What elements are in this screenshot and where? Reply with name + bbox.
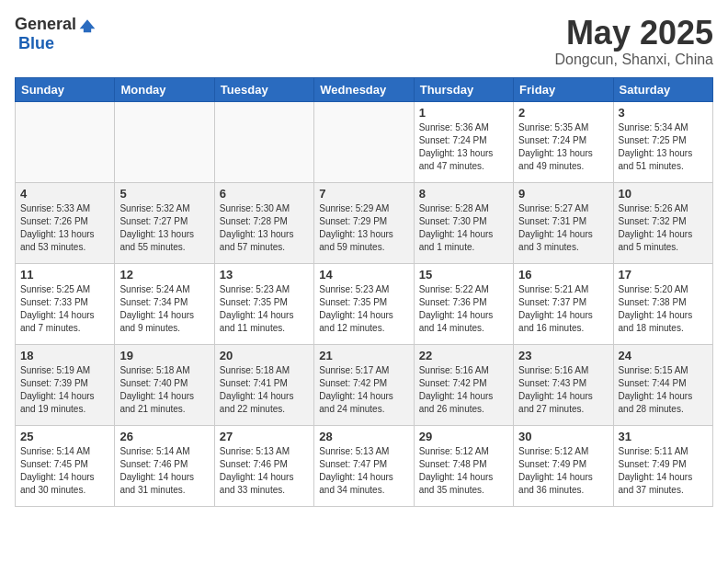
calendar-cell: 1Sunrise: 5:36 AM Sunset: 7:24 PM Daylig… xyxy=(414,101,513,182)
logo-blue: Blue xyxy=(18,34,54,53)
day-info: Sunrise: 5:26 AM Sunset: 7:32 PM Dayligh… xyxy=(619,202,708,254)
day-info: Sunrise: 5:16 AM Sunset: 7:43 PM Dayligh… xyxy=(518,364,608,416)
calendar-week-row: 11Sunrise: 5:25 AM Sunset: 7:33 PM Dayli… xyxy=(16,263,713,344)
calendar-cell: 11Sunrise: 5:25 AM Sunset: 7:33 PM Dayli… xyxy=(16,263,115,344)
calendar-cell xyxy=(16,101,115,182)
calendar-cell: 31Sunrise: 5:11 AM Sunset: 7:49 PM Dayli… xyxy=(613,425,712,506)
day-info: Sunrise: 5:23 AM Sunset: 7:35 PM Dayligh… xyxy=(220,283,309,335)
day-info: Sunrise: 5:24 AM Sunset: 7:34 PM Dayligh… xyxy=(119,283,209,335)
page-container: General Blue May 2025 Dongcun, Shanxi, C… xyxy=(0,0,728,522)
calendar-cell: 30Sunrise: 5:12 AM Sunset: 7:49 PM Dayli… xyxy=(514,425,613,506)
day-number: 28 xyxy=(319,430,408,443)
calendar-cell: 9Sunrise: 5:27 AM Sunset: 7:31 PM Daylig… xyxy=(514,182,613,263)
header: General Blue May 2025 Dongcun, Shanxi, C… xyxy=(15,15,713,68)
day-info: Sunrise: 5:16 AM Sunset: 7:42 PM Dayligh… xyxy=(419,364,508,416)
calendar-cell: 2Sunrise: 5:35 AM Sunset: 7:24 PM Daylig… xyxy=(514,101,613,182)
day-number: 25 xyxy=(20,430,109,443)
weekday-header-thursday: Thursday xyxy=(414,77,513,101)
day-number: 1 xyxy=(419,106,508,120)
day-info: Sunrise: 5:30 AM Sunset: 7:28 PM Dayligh… xyxy=(220,202,309,254)
day-number: 19 xyxy=(119,349,209,362)
calendar-cell: 29Sunrise: 5:12 AM Sunset: 7:48 PM Dayli… xyxy=(414,425,513,506)
day-number: 6 xyxy=(220,187,309,201)
day-number: 18 xyxy=(20,349,109,362)
day-info: Sunrise: 5:27 AM Sunset: 7:31 PM Dayligh… xyxy=(518,202,608,254)
day-number: 4 xyxy=(20,187,109,201)
day-info: Sunrise: 5:12 AM Sunset: 7:49 PM Dayligh… xyxy=(518,445,608,497)
weekday-header-sunday: Sunday xyxy=(16,77,115,101)
calendar-cell: 21Sunrise: 5:17 AM Sunset: 7:42 PM Dayli… xyxy=(314,344,414,425)
calendar: SundayMondayTuesdayWednesdayThursdayFrid… xyxy=(15,77,713,507)
day-info: Sunrise: 5:32 AM Sunset: 7:27 PM Dayligh… xyxy=(119,202,209,254)
day-number: 27 xyxy=(220,430,309,443)
calendar-cell xyxy=(214,101,313,182)
day-number: 31 xyxy=(619,430,708,443)
day-info: Sunrise: 5:35 AM Sunset: 7:24 PM Dayligh… xyxy=(518,121,608,173)
calendar-cell: 27Sunrise: 5:13 AM Sunset: 7:46 PM Dayli… xyxy=(214,425,313,506)
calendar-cell: 25Sunrise: 5:14 AM Sunset: 7:45 PM Dayli… xyxy=(16,425,115,506)
day-number: 7 xyxy=(319,187,408,201)
day-info: Sunrise: 5:20 AM Sunset: 7:38 PM Dayligh… xyxy=(619,283,708,335)
day-number: 8 xyxy=(419,187,508,201)
day-number: 23 xyxy=(518,349,608,362)
day-info: Sunrise: 5:36 AM Sunset: 7:24 PM Dayligh… xyxy=(419,121,508,173)
day-info: Sunrise: 5:21 AM Sunset: 7:37 PM Dayligh… xyxy=(518,283,608,335)
day-number: 30 xyxy=(518,430,608,443)
day-number: 15 xyxy=(419,268,508,282)
location-title: Dongcun, Shanxi, China xyxy=(554,52,713,68)
day-info: Sunrise: 5:15 AM Sunset: 7:44 PM Dayligh… xyxy=(619,364,708,416)
calendar-cell: 16Sunrise: 5:21 AM Sunset: 7:37 PM Dayli… xyxy=(514,263,613,344)
calendar-cell: 10Sunrise: 5:26 AM Sunset: 7:32 PM Dayli… xyxy=(613,182,712,263)
title-block: May 2025 Dongcun, Shanxi, China xyxy=(554,15,713,68)
weekday-header-saturday: Saturday xyxy=(613,77,712,101)
day-info: Sunrise: 5:25 AM Sunset: 7:33 PM Dayligh… xyxy=(20,283,109,335)
day-number: 13 xyxy=(220,268,309,282)
day-info: Sunrise: 5:28 AM Sunset: 7:30 PM Dayligh… xyxy=(419,202,508,254)
day-info: Sunrise: 5:12 AM Sunset: 7:48 PM Dayligh… xyxy=(419,445,508,497)
day-number: 16 xyxy=(518,268,608,282)
day-number: 12 xyxy=(119,268,209,282)
day-info: Sunrise: 5:18 AM Sunset: 7:40 PM Dayligh… xyxy=(119,364,209,416)
day-number: 22 xyxy=(419,349,508,362)
calendar-cell: 12Sunrise: 5:24 AM Sunset: 7:34 PM Dayli… xyxy=(115,263,214,344)
calendar-cell: 20Sunrise: 5:18 AM Sunset: 7:41 PM Dayli… xyxy=(214,344,313,425)
calendar-cell xyxy=(314,101,414,182)
calendar-cell: 24Sunrise: 5:15 AM Sunset: 7:44 PM Dayli… xyxy=(613,344,712,425)
day-number: 29 xyxy=(419,430,508,443)
day-info: Sunrise: 5:14 AM Sunset: 7:46 PM Dayligh… xyxy=(119,445,209,497)
day-info: Sunrise: 5:11 AM Sunset: 7:49 PM Dayligh… xyxy=(619,445,708,497)
calendar-cell: 3Sunrise: 5:34 AM Sunset: 7:25 PM Daylig… xyxy=(613,101,712,182)
day-info: Sunrise: 5:33 AM Sunset: 7:26 PM Dayligh… xyxy=(20,202,109,254)
calendar-week-row: 18Sunrise: 5:19 AM Sunset: 7:39 PM Dayli… xyxy=(16,344,713,425)
month-title: May 2025 xyxy=(554,15,713,52)
day-number: 26 xyxy=(119,430,209,443)
weekday-header-row: SundayMondayTuesdayWednesdayThursdayFrid… xyxy=(16,77,713,101)
day-number: 5 xyxy=(119,187,209,201)
calendar-cell: 13Sunrise: 5:23 AM Sunset: 7:35 PM Dayli… xyxy=(214,263,313,344)
day-info: Sunrise: 5:34 AM Sunset: 7:25 PM Dayligh… xyxy=(619,121,708,173)
day-number: 17 xyxy=(619,268,708,282)
calendar-cell: 28Sunrise: 5:13 AM Sunset: 7:47 PM Dayli… xyxy=(314,425,414,506)
day-info: Sunrise: 5:29 AM Sunset: 7:29 PM Dayligh… xyxy=(319,202,408,254)
calendar-cell: 14Sunrise: 5:23 AM Sunset: 7:35 PM Dayli… xyxy=(314,263,414,344)
day-info: Sunrise: 5:19 AM Sunset: 7:39 PM Dayligh… xyxy=(20,364,109,416)
calendar-cell: 23Sunrise: 5:16 AM Sunset: 7:43 PM Dayli… xyxy=(514,344,613,425)
calendar-cell: 15Sunrise: 5:22 AM Sunset: 7:36 PM Dayli… xyxy=(414,263,513,344)
day-info: Sunrise: 5:18 AM Sunset: 7:41 PM Dayligh… xyxy=(220,364,309,416)
weekday-header-wednesday: Wednesday xyxy=(314,77,414,101)
calendar-cell xyxy=(115,101,214,182)
calendar-cell: 19Sunrise: 5:18 AM Sunset: 7:40 PM Dayli… xyxy=(115,344,214,425)
weekday-header-friday: Friday xyxy=(514,77,613,101)
day-number: 20 xyxy=(220,349,309,362)
day-info: Sunrise: 5:23 AM Sunset: 7:35 PM Dayligh… xyxy=(319,283,408,335)
calendar-cell: 7Sunrise: 5:29 AM Sunset: 7:29 PM Daylig… xyxy=(314,182,414,263)
day-info: Sunrise: 5:13 AM Sunset: 7:47 PM Dayligh… xyxy=(319,445,408,497)
day-number: 9 xyxy=(518,187,608,201)
day-number: 24 xyxy=(619,349,708,362)
day-number: 14 xyxy=(319,268,408,282)
weekday-header-monday: Monday xyxy=(115,77,214,101)
day-number: 10 xyxy=(619,187,708,201)
logo-icon xyxy=(78,16,97,34)
day-number: 11 xyxy=(20,268,109,282)
day-info: Sunrise: 5:13 AM Sunset: 7:46 PM Dayligh… xyxy=(220,445,309,497)
